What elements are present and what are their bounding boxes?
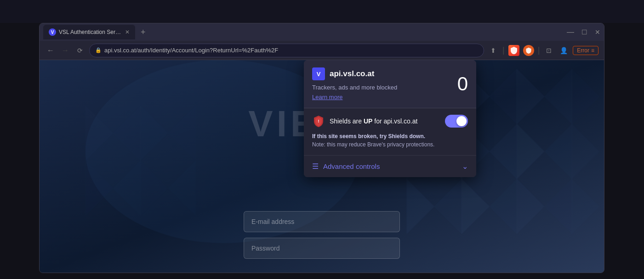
email-input[interactable] (244, 211, 400, 232)
shields-status-label: Shields are UP for api.vsl.co.at (330, 117, 417, 125)
blocked-count: 0 (457, 74, 468, 94)
share-icon[interactable]: ⬆ (488, 47, 499, 54)
popup-site-row: V api.vsl.co.at (312, 67, 397, 80)
error-menu-icon: ≡ (591, 47, 594, 54)
close-button[interactable]: ✕ (595, 28, 600, 36)
toggle-thumb (456, 116, 467, 126)
shields-section: ! Shields are UP for api.vsl.co.at (304, 108, 476, 155)
address-input[interactable]: 🔒 api.vsl.co.at/auth/Identity/Account/Lo… (89, 44, 484, 57)
advanced-controls-label: Advanced controls (323, 162, 380, 170)
shields-row: ! Shields are UP for api.vsl.co.at (312, 115, 468, 128)
advanced-controls-section[interactable]: ☰ Advanced controls ⌄ (304, 155, 476, 177)
learn-more-link[interactable]: Learn more (312, 94, 397, 100)
outer-chrome (0, 0, 644, 23)
window-controls: — ☐ ✕ (567, 28, 600, 36)
active-tab[interactable]: V VSL Authentication Service - Vie ✕ (43, 25, 135, 39)
divider: | (502, 45, 505, 55)
chevron-down-icon: ⌄ (462, 162, 468, 171)
toolbar-right: ⬆ | | ⊡ 👤 Error ≡ (488, 45, 598, 56)
reload-button[interactable]: ⟳ (74, 47, 85, 54)
password-input[interactable] (244, 238, 400, 259)
maximize-button[interactable]: ☐ (581, 28, 587, 36)
shields-left: ! Shields are UP for api.vsl.co.at (312, 115, 417, 128)
tab-title: VSL Authentication Service - Vie (59, 29, 121, 35)
site-favicon: V (312, 67, 325, 80)
back-button[interactable]: ← (45, 46, 56, 55)
login-form (244, 211, 400, 259)
shields-toggle[interactable] (445, 115, 468, 128)
tab-favicon: V (49, 28, 56, 36)
page-content: VIE V api.vsl.co.at Trackers, ads and mo… (40, 60, 604, 273)
error-button[interactable]: Error ≡ (573, 46, 598, 55)
brave-shield-button[interactable] (508, 45, 519, 56)
advanced-left: ☰ Advanced controls (312, 162, 380, 171)
brave-logo-button[interactable] (523, 45, 534, 56)
site-domain: api.vsl.co.at (330, 69, 374, 78)
new-tab-button[interactable]: + (137, 28, 149, 37)
toggle-track (445, 115, 468, 128)
minimize-button[interactable]: — (567, 28, 574, 36)
profile-icon[interactable]: 👤 (558, 47, 569, 54)
address-bar: ← → ⟳ 🔒 api.vsl.co.at/auth/Identity/Acco… (40, 41, 604, 60)
popup-header: V api.vsl.co.at Trackers, ads and more b… (304, 60, 476, 108)
popup-subtitle: Trackers, ads and more blocked (312, 84, 397, 91)
url-text: api.vsl.co.at/auth/Identity/Account/Logi… (104, 47, 278, 54)
tab-close-icon[interactable]: ✕ (125, 29, 130, 35)
browser-window: V VSL Authentication Service - Vie ✕ + —… (39, 23, 604, 273)
tab-bar: V VSL Authentication Service - Vie ✕ + —… (40, 23, 604, 41)
divider2: | (538, 45, 540, 55)
popup-header-left: V api.vsl.co.at Trackers, ads and more b… (312, 67, 397, 100)
reader-mode-icon[interactable]: ⊡ (543, 47, 554, 54)
shields-note: If this site seems broken, try Shields d… (312, 132, 468, 149)
list-icon: ☰ (312, 162, 319, 171)
forward-button[interactable]: → (60, 46, 71, 55)
lock-icon: 🔒 (95, 47, 102, 53)
shield-icon: ! (312, 115, 325, 128)
error-label: Error (577, 47, 589, 54)
svg-text:!: ! (318, 119, 319, 123)
shields-popup: V api.vsl.co.at Trackers, ads and more b… (304, 60, 476, 177)
